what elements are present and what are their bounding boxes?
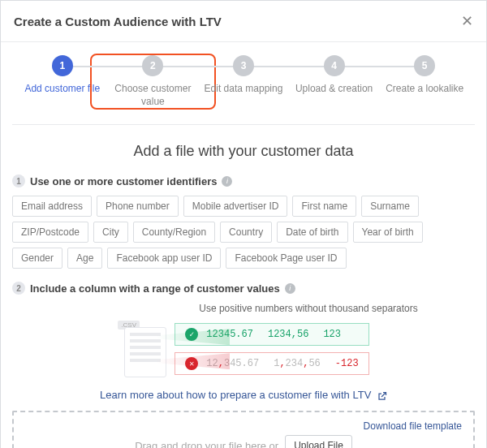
step-create-lookalike[interactable]: 5 Create a lookalike xyxy=(379,55,470,96)
chip-zip[interactable]: ZIP/Postcode xyxy=(12,222,88,243)
subhead-text: Use one or more customer identifiers xyxy=(30,175,217,187)
step-number-icon: 5 xyxy=(414,55,435,76)
info-icon[interactable]: i xyxy=(222,176,232,187)
chip-country[interactable]: Country xyxy=(220,222,272,243)
chip-age[interactable]: Age xyxy=(67,248,102,269)
step-number-icon: 1 xyxy=(52,55,73,76)
chip-yob[interactable]: Year of birth xyxy=(353,222,423,243)
modal-body: 1 Add customer file 2 Choose customer va… xyxy=(1,42,486,448)
subhead-text: Include a column with a range of custome… xyxy=(30,282,280,295)
dropzone-text: Drag and drop your file here or xyxy=(135,440,278,448)
step-badge-1: 1 xyxy=(12,174,25,187)
learn-more-text: Learn more about how to prepare a custom… xyxy=(100,389,371,401)
external-link-icon xyxy=(377,391,387,401)
learn-more-link-row: Learn more about how to prepare a custom… xyxy=(12,389,475,401)
info-icon[interactable]: i xyxy=(285,283,295,294)
step-number-icon: 2 xyxy=(142,55,163,76)
file-dropzone[interactable]: Download file template Drag and drop you… xyxy=(12,411,475,448)
subhead-identifiers: 1 Use one or more customer identifiers i xyxy=(12,174,475,187)
example-value: 1234,56 xyxy=(268,329,308,340)
chip-city[interactable]: City xyxy=(93,222,128,243)
csv-file-icon: .CSV xyxy=(118,321,166,377)
step-label: Edit data mapping xyxy=(205,83,283,96)
hint-text: Use positive numbers without thousand se… xyxy=(12,303,475,314)
step-upload-creation[interactable]: 4 Upload & creation xyxy=(289,55,380,96)
modal-title: Create a Custom Audience with LTV xyxy=(14,15,222,28)
stepper-line xyxy=(334,66,425,67)
step-label: Add customer file xyxy=(24,83,100,96)
chip-mobile-advertiser-id[interactable]: Mobile advertiser ID xyxy=(183,196,288,217)
example-value: 123 xyxy=(323,329,341,340)
stepper-line xyxy=(62,66,153,67)
step-label: Upload & creation xyxy=(295,83,373,96)
stepper-line xyxy=(244,66,334,67)
step-label: Create a lookalike xyxy=(386,83,463,96)
example-value: -123 xyxy=(335,358,359,369)
step-edit-data-mapping[interactable]: 3 Edit data mapping xyxy=(198,55,289,96)
step-number-icon: 3 xyxy=(233,55,254,76)
chip-county-region[interactable]: County/Region xyxy=(133,222,215,243)
identifier-chips: Email address Phone number Mobile advert… xyxy=(12,196,475,269)
stepper-line xyxy=(153,66,244,67)
close-icon[interactable]: ✕ xyxy=(461,12,473,30)
step-add-customer-file[interactable]: 1 Add customer file xyxy=(17,55,108,96)
chip-dob[interactable]: Date of birth xyxy=(277,222,347,243)
step-badge-2: 2 xyxy=(12,282,25,295)
chip-fb-page-user-id[interactable]: Facebook Page user ID xyxy=(226,248,346,269)
download-template-link[interactable]: Download file template xyxy=(364,420,462,432)
example-block: .CSV ✓ 12345.67 1234,56 123 ✕ 1 xyxy=(12,321,475,377)
step-choose-customer-value[interactable]: 2 Choose customer value xyxy=(108,55,199,108)
section-title: Add a file with your customer data xyxy=(12,143,475,160)
chip-fb-app-user-id[interactable]: Facebook app user ID xyxy=(107,248,221,269)
chip-gender[interactable]: Gender xyxy=(12,248,62,269)
chip-email[interactable]: Email address xyxy=(12,196,92,217)
example-rows: ✓ 12345.67 1234,56 123 ✕ 12,345.67 1,234… xyxy=(175,323,368,375)
stepper: 1 Add customer file 2 Choose customer va… xyxy=(12,42,475,125)
upload-file-button[interactable]: Upload File xyxy=(285,435,352,448)
modal-custom-audience-ltv: Create a Custom Audience with LTV ✕ 1 Ad… xyxy=(0,0,487,448)
learn-more-link[interactable]: Learn more about how to prepare a custom… xyxy=(100,389,387,401)
chip-phone[interactable]: Phone number xyxy=(97,196,179,217)
subhead-customer-values: 2 Include a column with a range of custo… xyxy=(12,282,475,295)
modal-header: Create a Custom Audience with LTV ✕ xyxy=(1,1,486,42)
step-number-icon: 4 xyxy=(324,55,345,76)
chip-surname[interactable]: Surname xyxy=(361,196,419,217)
chip-first-name[interactable]: First name xyxy=(292,196,356,217)
step-label: Choose customer value xyxy=(112,83,193,108)
example-value: 1,234,56 xyxy=(274,358,321,369)
